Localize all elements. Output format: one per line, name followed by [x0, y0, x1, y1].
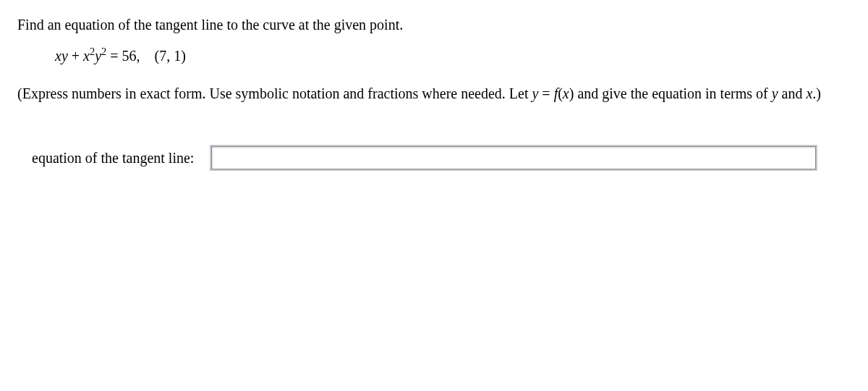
equals-sign: =: [538, 85, 553, 101]
given-point: (7, 1): [155, 48, 186, 64]
plus-sign: +: [68, 48, 83, 64]
var-x: x: [563, 85, 569, 101]
var-y-squared: y: [95, 48, 101, 64]
instruction-part3: .): [812, 85, 821, 101]
rhs-value: 56,: [122, 48, 140, 64]
equation-row: xy + x2y2 = 56, (7, 1): [55, 48, 851, 64]
answer-row: equation of the tangent line:: [32, 146, 851, 169]
var-x-squared: x: [83, 48, 90, 64]
answer-label: equation of the tangent line:: [32, 150, 194, 167]
word-and: and: [778, 85, 807, 101]
instruction-text: (Express numbers in exact form. Use symb…: [17, 80, 851, 106]
answer-input[interactable]: [211, 146, 816, 169]
open-paren: (: [558, 85, 563, 101]
var-x: x: [55, 48, 61, 64]
spacer: [140, 48, 155, 64]
question-prompt: Find an equation of the tangent line to …: [17, 14, 851, 35]
instruction-part1: (Express numbers in exact form. Use symb…: [17, 85, 532, 101]
var-y: y: [772, 85, 778, 101]
equals-sign: =: [106, 48, 122, 64]
instruction-part2: and give the equation in terms of: [574, 85, 771, 101]
var-y: y: [532, 85, 538, 101]
var-y: y: [61, 48, 68, 64]
question-container: Find an equation of the tangent line to …: [0, 0, 868, 169]
